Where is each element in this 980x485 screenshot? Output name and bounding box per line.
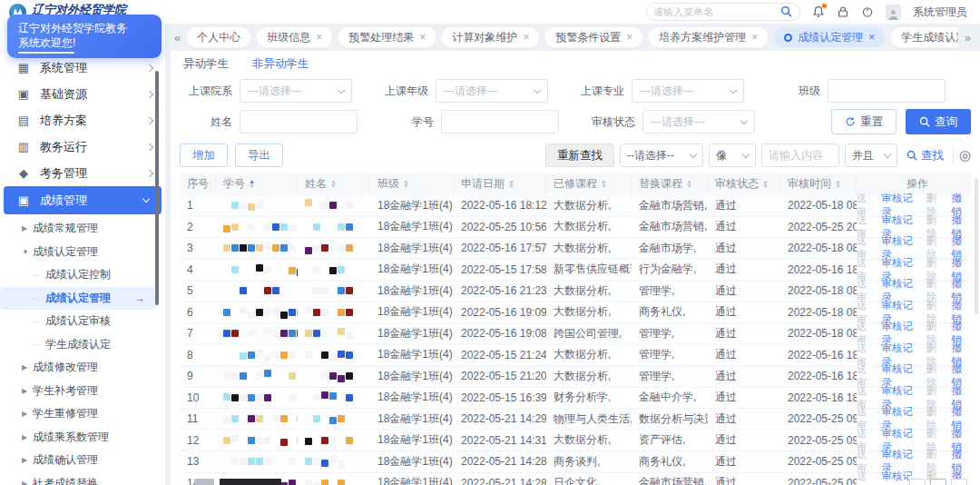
- find-field-select[interactable]: --请选择--: [620, 144, 703, 167]
- sort-desc-icon[interactable]: ▼: [835, 184, 841, 189]
- add-button[interactable]: 增加: [180, 144, 228, 167]
- sidebar-item-基础资源[interactable]: ▣基础资源: [0, 81, 165, 107]
- sort-icon[interactable]: ▲▼: [762, 180, 769, 189]
- sidebar-subitem-学生重修管理[interactable]: ▶学生重修管理: [0, 402, 165, 426]
- filter-input-班级[interactable]: [828, 79, 946, 103]
- table-scrollbar[interactable]: [975, 178, 978, 314]
- tab-close-icon[interactable]: ×: [626, 32, 632, 43]
- sidebar-item-考务管理[interactable]: ◆考务管理: [0, 160, 165, 186]
- tab-close-icon[interactable]: ×: [868, 32, 875, 43]
- sort-icon[interactable]: ▲▼: [403, 180, 409, 189]
- tree-collapsed-icon[interactable]: ▶: [22, 456, 27, 464]
- tree-collapsed-icon[interactable]: ▶: [22, 433, 27, 441]
- search-icon[interactable]: [780, 5, 793, 18]
- tree-collapsed-icon[interactable]: ▶: [22, 480, 27, 485]
- find-button[interactable]: 查找: [903, 148, 947, 163]
- tree-collapsed-icon[interactable]: ▶: [22, 224, 27, 233]
- sidebar-subitem-学生补考管理[interactable]: ▶学生补考管理: [0, 380, 165, 403]
- filter-select-审核状态[interactable]: ---请选择---: [642, 110, 755, 134]
- table-row[interactable]: 218金融学1班(4)2022-05-25 10:56大数据分析,金融市场营销,…: [180, 217, 971, 239]
- tree-expanded-icon[interactable]: ▼: [22, 248, 29, 256]
- tabs-scroll-left-icon[interactable]: «: [174, 31, 181, 45]
- table-row[interactable]: 818金融学1班(4)2022-05-15 21:24大数据分析,管理学,通过2…: [180, 345, 971, 367]
- page-button[interactable]: [951, 479, 967, 485]
- tab-close-icon[interactable]: ×: [419, 32, 426, 43]
- filter-select-上课院系[interactable]: ---请选择---: [240, 79, 352, 103]
- find-value-input[interactable]: 请输入内容: [761, 144, 839, 167]
- tab-培养方案维护管理[interactable]: 培养方案维护管理×: [649, 27, 768, 47]
- lock-icon[interactable]: [837, 5, 849, 18]
- filter-input-学号[interactable]: [441, 110, 559, 134]
- sort-icon[interactable]: ▲▼: [686, 180, 692, 189]
- tree-collapsed-icon[interactable]: ▶: [22, 410, 27, 418]
- tab-班级信息[interactable]: 班级信息×: [257, 27, 332, 47]
- sidebar-subitem-成绩认定控制[interactable]: 成绩认定控制: [0, 263, 165, 287]
- power-icon[interactable]: [861, 5, 874, 18]
- pagination-buttons[interactable]: [909, 479, 967, 485]
- sidebar-subitem-成绩常规管理[interactable]: ▶成绩常规管理: [0, 217, 165, 241]
- tab-学生成绩认定[interactable]: 学生成绩认定×: [891, 27, 957, 47]
- tab-计算对象维护[interactable]: 计算对象维护×: [442, 27, 539, 47]
- current-user-name[interactable]: 系统管理员: [913, 5, 967, 20]
- table-row[interactable]: 1118金融学1班(4)2022-05-21 14:29物理与人类生活,数据分析…: [180, 409, 971, 431]
- sort-icon[interactable]: ▲▼: [249, 180, 255, 189]
- user-avatar[interactable]: [886, 5, 901, 20]
- subtab-异动学生[interactable]: 异动学生: [183, 56, 229, 72]
- notification-bell-icon[interactable]: [812, 5, 825, 18]
- filter-select-上课年级[interactable]: ---请选择---: [436, 79, 548, 103]
- sort-desc-icon[interactable]: ▼: [508, 184, 514, 189]
- sort-icon[interactable]: ▲▼: [508, 180, 514, 189]
- tabs-scroll-right-icon[interactable]: »: [965, 31, 971, 45]
- reset-button[interactable]: 重置: [831, 109, 897, 134]
- sidebar-subitem-成绩认定管理[interactable]: ▼成绩认定管理: [0, 241, 165, 264]
- export-button[interactable]: 导出: [235, 144, 283, 167]
- table-row[interactable]: 118金融学1班(4)2022-05-16 18:12大数据分析,金融市场营销,…: [180, 195, 971, 217]
- table-row[interactable]: 1018金融学1班(4)2022-05-15 16:39财务分析学,金融中介学,…: [180, 388, 971, 410]
- table-row[interactable]: 318金融学1班(4)2022-05-16 17:57大数据分析,金融市场学,通…: [180, 238, 971, 260]
- sort-desc-icon[interactable]: ▼: [686, 184, 692, 189]
- tab-close-icon[interactable]: ×: [316, 32, 322, 43]
- tab-个人中心[interactable]: 个人中心: [187, 27, 250, 47]
- page-button[interactable]: [909, 479, 926, 485]
- sort-icon[interactable]: ▲▼: [330, 180, 337, 189]
- sidebar-subitem-成绩修改管理[interactable]: ▶成绩修改管理: [0, 356, 165, 380]
- tab-预警处理结果[interactable]: 预警处理结果×: [338, 27, 436, 47]
- subtab-非异动学生[interactable]: 非异动学生: [252, 56, 309, 72]
- tree-collapsed-icon[interactable]: ▶: [22, 363, 27, 371]
- sort-desc-icon[interactable]: ▼: [601, 184, 607, 189]
- column-settings-icon[interactable]: ◎: [959, 147, 971, 163]
- tab-成绩认定管理[interactable]: 成绩认定管理×: [774, 27, 885, 47]
- sidebar-item-系统管理[interactable]: ▦系统管理: [0, 54, 165, 81]
- query-button[interactable]: 查询: [906, 109, 971, 134]
- sidebar-subitem-成绩确认管理[interactable]: ▶成绩确认管理: [0, 449, 165, 472]
- table-row[interactable]: 618金融学1班(4)2022-05-16 19:09大数据分析,商务礼仪,通过…: [180, 302, 971, 324]
- sidebar-item-教务运行[interactable]: ▥教务运行: [0, 134, 165, 160]
- sort-desc-icon[interactable]: ▼: [249, 184, 255, 189]
- table-row[interactable]: 518金融学1班(4)2022-05-16 21:23大数据分析,管理学,通过2…: [180, 281, 971, 302]
- sidebar-subitem-社考成绩替换[interactable]: ▶社考成绩替换: [0, 472, 165, 485]
- research-button[interactable]: 重新查找: [545, 144, 614, 167]
- tab-close-icon[interactable]: ×: [523, 32, 529, 43]
- sort-desc-icon[interactable]: ▼: [762, 184, 769, 189]
- table-row[interactable]: 1218金融学1班(4)2022-05-21 14:31大数据分析,资产评估,通…: [180, 431, 971, 452]
- sidebar-item-成绩管理[interactable]: ▣成绩管理: [4, 186, 162, 214]
- sort-icon[interactable]: ▲▼: [835, 180, 841, 189]
- table-row[interactable]: 718金融学1班(4)2022-05-16 19:08跨国公司管理,管理学,通过…: [180, 323, 971, 345]
- table-row[interactable]: 1318金融学1班(4)2022-05-21 14:28商务谈判,商务礼仪,通过…: [180, 451, 971, 473]
- sidebar-subitem-成绩乘系数管理[interactable]: ▶成绩乘系数管理: [0, 426, 165, 450]
- sidebar-scrollbar[interactable]: [155, 71, 159, 305]
- find-logic-select[interactable]: 并且: [845, 144, 897, 167]
- menu-search-input[interactable]: 请输入菜单名: [646, 3, 800, 21]
- sidebar-subitem-学生成绩认定[interactable]: 学生成绩认定: [0, 333, 165, 357]
- filter-select-上课专业[interactable]: ---请选择---: [632, 79, 744, 103]
- tree-collapsed-icon[interactable]: ▶: [22, 387, 27, 395]
- table-row[interactable]: 418金融学1班(4)2022-05-15 17:58新零售供应链概论,行为金融…: [180, 260, 971, 282]
- filter-input-姓名[interactable]: [240, 110, 358, 134]
- sidebar-subitem-成绩认定审核[interactable]: 成绩认定审核: [0, 310, 165, 333]
- sidebar-item-培养方案[interactable]: ▤培养方案: [0, 107, 165, 134]
- tab-预警条件设置[interactable]: 预警条件设置×: [545, 27, 642, 47]
- sidebar-subitem-成绩认定管理[interactable]: 成绩认定管理→: [0, 287, 156, 311]
- sort-desc-icon[interactable]: ▼: [403, 184, 409, 189]
- find-operator-select[interactable]: 像: [709, 144, 756, 167]
- tab-close-icon[interactable]: ×: [751, 32, 758, 43]
